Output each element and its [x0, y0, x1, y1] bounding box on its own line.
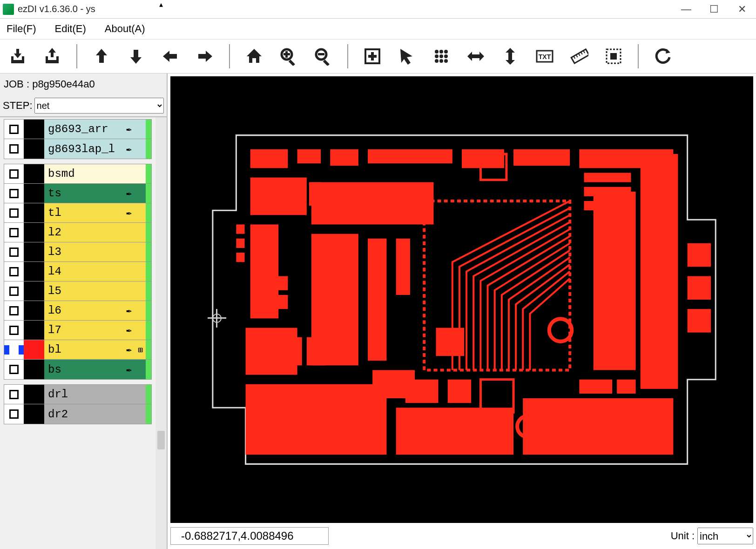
layer-indicator: [146, 139, 151, 159]
layer-checkbox[interactable]: [4, 125, 24, 134]
svg-rect-5: [56, 56, 59, 61]
layer-swatch: [24, 385, 44, 404]
toolbar: TXT: [0, 39, 756, 74]
layer-checkbox[interactable]: [4, 267, 24, 276]
zoom-out-icon[interactable]: [313, 46, 333, 67]
layer-swatch: [24, 360, 44, 379]
layer-label: ts✒: [44, 184, 146, 203]
svg-rect-79: [372, 370, 415, 398]
layer-swatch: [24, 262, 44, 281]
layer-checkbox[interactable]: [4, 189, 24, 198]
layer-checkbox[interactable]: [4, 390, 24, 399]
svg-point-19: [435, 54, 439, 58]
maximize-button[interactable]: ☐: [700, 0, 728, 19]
layer-swatch: [24, 139, 44, 159]
job-value: p8g950e44a0: [32, 78, 95, 90]
menu-file[interactable]: File(F): [4, 21, 39, 37]
layer-label: l2: [44, 223, 146, 242]
layer-checkbox[interactable]: [4, 326, 24, 335]
layer-indicator: [146, 164, 151, 183]
home-icon[interactable]: [244, 46, 264, 67]
svg-line-29: [576, 55, 578, 57]
layer-checkbox[interactable]: [4, 208, 24, 218]
layer-checkbox[interactable]: [4, 409, 24, 419]
menu-edit[interactable]: Edit(E): [52, 21, 89, 37]
step-label: STEP:: [3, 100, 33, 112]
sidebar: JOB : p8g950e44a0 STEP: net g8693_arr✒g8…: [0, 74, 168, 549]
arrow-up-icon[interactable]: [91, 46, 112, 67]
layer-row[interactable]: l4: [4, 262, 151, 281]
layer-row[interactable]: l3: [4, 242, 151, 262]
layer-row[interactable]: l7✒: [4, 321, 151, 340]
arrow-left-icon[interactable]: [160, 46, 181, 67]
menubar: File(F) Edit(E) About(A): [0, 19, 756, 39]
pen-icon: ✒: [126, 344, 132, 355]
crosshair-icon: [208, 309, 226, 328]
refresh-icon[interactable]: [653, 46, 673, 67]
layer-group: g8693_arr✒g8693lap_l✒: [4, 119, 152, 159]
layer-row[interactable]: l6✒: [4, 301, 151, 321]
layer-swatch: [24, 404, 44, 424]
layer-indicator: [146, 184, 151, 203]
import-icon[interactable]: [7, 46, 28, 67]
select-area-icon[interactable]: [603, 46, 624, 67]
arrow-right-icon[interactable]: [195, 46, 215, 67]
add-box-icon[interactable]: [362, 46, 383, 67]
layer-row[interactable]: bs✒: [4, 360, 151, 379]
layer-swatch: [24, 164, 44, 183]
pcb-canvas[interactable]: [170, 76, 753, 523]
export-icon[interactable]: [42, 46, 62, 67]
layer-row[interactable]: l5: [4, 281, 151, 301]
layer-indicator: [146, 242, 151, 261]
layer-indicator: [146, 360, 151, 379]
layer-swatch: [24, 301, 44, 320]
coordinates: -0.6882717,4.0088496: [170, 527, 329, 545]
layer-row[interactable]: ts✒: [4, 184, 151, 203]
ruler-icon[interactable]: [569, 46, 589, 67]
svg-rect-34: [610, 53, 617, 60]
svg-point-22: [435, 59, 439, 63]
layer-checkbox[interactable]: [4, 345, 24, 355]
layer-row[interactable]: bl✒⊞: [4, 340, 151, 360]
pointer-icon[interactable]: [397, 46, 417, 67]
close-button[interactable]: ✕: [728, 0, 756, 19]
svg-rect-37: [297, 149, 321, 163]
scrollbar[interactable]: ▴: [155, 117, 167, 549]
layer-checkbox[interactable]: [4, 306, 24, 315]
layer-group: bsmdts✒tl✒l2l3l4l5l6✒l7✒bl✒⊞bs✒: [4, 164, 152, 380]
txt-icon[interactable]: TXT: [534, 46, 555, 67]
unit-select[interactable]: inch: [697, 528, 753, 544]
svg-point-20: [439, 54, 443, 58]
layer-row[interactable]: g8693_arr✒: [4, 120, 151, 139]
grid-icon: ⊞: [138, 345, 143, 355]
layer-row[interactable]: bsmd: [4, 164, 151, 184]
menu-about[interactable]: About(A): [102, 21, 148, 37]
layer-row[interactable]: tl✒: [4, 203, 151, 223]
layer-row[interactable]: dr2: [4, 404, 151, 424]
layer-group: drldr2: [4, 384, 152, 424]
layer-checkbox[interactable]: [4, 144, 24, 154]
layer-checkbox[interactable]: [4, 248, 24, 257]
layer-row[interactable]: drl: [4, 385, 151, 404]
svg-rect-80: [260, 276, 288, 290]
minimize-button[interactable]: —: [672, 0, 700, 19]
toolbar-separator: [347, 44, 348, 68]
svg-point-23: [439, 59, 443, 63]
step-select[interactable]: net: [34, 98, 164, 114]
layer-checkbox[interactable]: [4, 169, 24, 179]
layer-row[interactable]: l2: [4, 223, 151, 242]
pen-icon: ✒: [126, 123, 132, 135]
layer-row[interactable]: g8693lap_l✒: [4, 139, 151, 159]
svg-rect-67: [236, 253, 244, 262]
v-arrows-icon[interactable]: [500, 46, 520, 67]
layer-checkbox[interactable]: [4, 287, 24, 296]
layer-checkbox[interactable]: [4, 365, 24, 374]
zoom-in-icon[interactable]: [278, 46, 299, 67]
layer-indicator: [146, 223, 151, 242]
h-arrows-icon[interactable]: [466, 46, 486, 67]
layer-label: bl✒⊞: [44, 340, 146, 359]
layer-checkbox[interactable]: [4, 228, 24, 237]
svg-point-16: [435, 50, 439, 54]
grid-icon[interactable]: [431, 46, 452, 67]
arrow-down-icon[interactable]: [126, 46, 146, 67]
